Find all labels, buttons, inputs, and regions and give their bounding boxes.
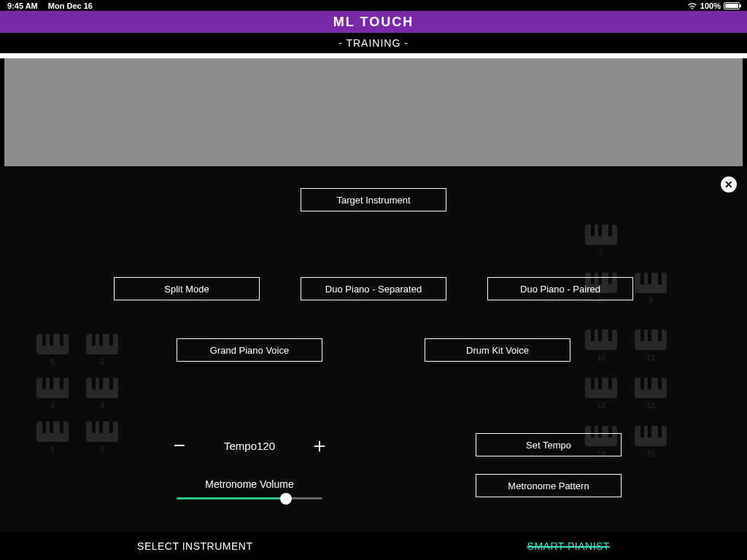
plus-icon: ＋: [309, 432, 330, 459]
app-title: ML TOUCH: [333, 15, 414, 30]
tempo-minus-button[interactable]: −: [167, 433, 192, 458]
subtitle: - TRAINING -: [338, 37, 409, 49]
subtitle-bar: - TRAINING -: [0, 33, 747, 53]
duo-piano-separated-button[interactable]: Duo Piano - Separated: [301, 277, 446, 300]
duo-piano-paired-button[interactable]: Duo Piano - Paired: [487, 277, 633, 300]
bottom-nav: SELECT INSTRUMENT SMART PIANIST: [0, 532, 747, 560]
tile-label: 4: [83, 401, 121, 410]
target-instrument-button[interactable]: Target Instrument: [301, 188, 446, 211]
metronome-volume-label: Metronome Volume: [125, 478, 374, 490]
metronome-pattern-button[interactable]: Metronome Pattern: [476, 474, 622, 497]
app-title-bar: ML TOUCH: [0, 11, 747, 33]
tempo-label: Tempo: [224, 440, 257, 452]
battery-icon: [724, 2, 740, 9]
instrument-tile[interactable]: 3: [34, 378, 71, 410]
tempo-display: Tempo120: [224, 440, 275, 452]
instrument-tile[interactable]: 12: [582, 378, 620, 410]
grand-piano-voice-button[interactable]: Grand Piano Voice: [177, 338, 322, 362]
white-strip: [0, 53, 747, 58]
tile-label: 7: [582, 248, 620, 257]
slider-fill: [177, 497, 286, 499]
tempo-metronome-area: − Tempo120 ＋ Metronome Volume Set Tempo …: [0, 433, 747, 499]
tempo-value: 120: [257, 440, 275, 452]
nav-select-instrument[interactable]: SELECT INSTRUMENT: [137, 540, 252, 552]
tempo-plus-button[interactable]: ＋: [307, 433, 332, 458]
status-date: Mon Dec 16: [48, 1, 93, 10]
tile-label: 3: [34, 401, 71, 410]
status-time: 9:45 AM: [7, 1, 38, 10]
instrument-tile[interactable]: 13: [632, 378, 670, 410]
minus-icon: −: [174, 434, 185, 457]
tile-label: 13: [632, 401, 670, 410]
nav-smart-pianist[interactable]: SMART PIANIST: [527, 540, 610, 552]
instrument-tile[interactable]: 7: [582, 225, 620, 257]
status-bar: 9:45 AM Mon Dec 16 100%: [0, 0, 747, 11]
drum-kit-voice-button[interactable]: Drum Kit Voice: [425, 338, 570, 362]
battery-percent: 100%: [700, 1, 721, 10]
canvas-area: [4, 58, 743, 166]
set-tempo-button[interactable]: Set Tempo: [476, 433, 622, 456]
instrument-tile[interactable]: 4: [83, 378, 121, 410]
slider-thumb[interactable]: [280, 493, 292, 505]
settings-overlay: ✕ 7 8 9 10 11 12 13 14 15 5 6 3 4 1 2 Ta…: [0, 166, 747, 532]
metronome-volume-slider[interactable]: [177, 497, 322, 499]
split-mode-button[interactable]: Split Mode: [114, 277, 260, 300]
tile-label: 12: [582, 401, 620, 410]
wifi-icon: [687, 2, 697, 9]
